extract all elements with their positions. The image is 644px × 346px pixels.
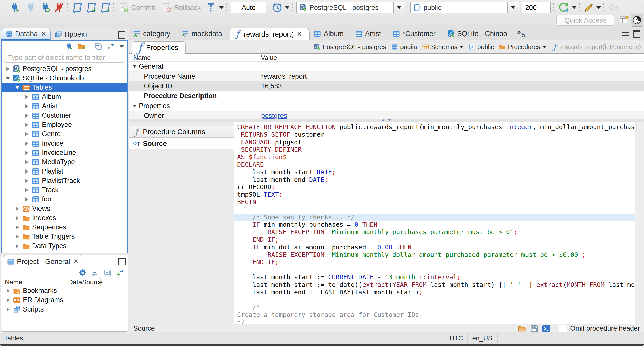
quick-access-input[interactable]: Quick Access — [556, 15, 614, 26]
subtab-source[interactable]: Source — [129, 138, 234, 149]
open-sql-script-button[interactable] — [86, 2, 97, 13]
maximize-button[interactable] — [118, 31, 125, 39]
subtab-procedure-columns[interactable]: ƒProcedure Columns — [129, 126, 234, 138]
chevron-down-icon[interactable] — [543, 46, 546, 48]
chevron-right-icon[interactable] — [25, 123, 28, 127]
chevron-down-icon[interactable] — [15, 86, 19, 89]
chevron-right-icon[interactable] — [16, 244, 19, 248]
navigator-item-sqlite-chinook-db[interactable]: SQLite - Chinook.db — [2, 74, 127, 83]
chevron-down-icon[interactable] — [572, 6, 576, 9]
chevron-right-icon[interactable] — [16, 216, 19, 220]
connection-dropdown-button[interactable] — [393, 2, 405, 13]
navigator-item-playlisttrack[interactable]: PlaylistTrack — [2, 176, 127, 185]
auto-refresh-button[interactable] — [558, 2, 570, 14]
chevron-right-icon[interactable] — [7, 289, 10, 293]
toolbar-drag-handle[interactable] — [226, 3, 228, 12]
grid-header-name[interactable]: Name — [129, 54, 258, 62]
column-header-datasource[interactable]: DataSource — [66, 278, 101, 286]
chevron-down-icon[interactable] — [219, 6, 224, 9]
property-row-general[interactable]: General — [129, 62, 644, 72]
chevron-right-icon[interactable] — [25, 197, 28, 201]
breadcrumb-public[interactable]: public — [468, 43, 494, 51]
tab-project-general[interactable]: Project - General ✕ — [3, 255, 83, 268]
minimize-button[interactable] — [107, 260, 114, 263]
navigator-item-tables[interactable]: Tables — [2, 83, 127, 92]
project-item-bookmarks[interactable]: Bookmarks — [1, 286, 128, 295]
chevron-right-icon[interactable] — [16, 207, 19, 211]
transaction-log-button[interactable] — [206, 2, 217, 13]
link-with-editor-button[interactable] — [107, 42, 115, 51]
collapse-up-icon[interactable] — [381, 119, 385, 121]
breadcrumb-rewards-report-int4-numeric[interactable]: ƒrewards_report(int4,numeric) — [551, 43, 641, 51]
close-icon[interactable]: ✕ — [41, 30, 46, 38]
hidden-tabs-button[interactable]: »5 — [516, 28, 527, 40]
navigator-item-indexes[interactable]: Indexes — [2, 213, 127, 223]
close-icon[interactable]: ✕ — [73, 258, 79, 265]
chevron-right-icon[interactable] — [7, 307, 10, 312]
chevron-right-icon[interactable] — [25, 188, 28, 192]
toolbar-drag-handle[interactable] — [67, 3, 69, 12]
chevron-right-icon[interactable] — [25, 160, 28, 164]
chevron-right-icon[interactable] — [25, 114, 28, 118]
editor-tab-rewards-report[interactable]: ƒrewards_report(✕ — [230, 28, 310, 40]
editor-tab-album[interactable]: Album — [310, 28, 351, 40]
collapse-down-icon[interactable] — [388, 119, 391, 121]
breadcrumb-schemas[interactable]: Schemas — [422, 43, 463, 51]
edit-mode-button[interactable] — [583, 2, 594, 13]
navigator-item-foo[interactable]: foo — [2, 195, 127, 204]
property-row-procedure-name[interactable]: Procedure Namerewards_report — [129, 72, 644, 81]
open-perspective-button[interactable] — [619, 15, 630, 25]
navigator-item-album[interactable]: Album — [2, 92, 127, 101]
expand-all-button[interactable] — [103, 269, 112, 277]
close-icon[interactable]: ✕ — [297, 30, 302, 38]
commit-label[interactable]: Commit — [131, 4, 155, 12]
toolbar-drag-handle[interactable] — [5, 3, 7, 12]
commit-mode-combo[interactable]: Auto — [231, 2, 266, 13]
object-filter-input[interactable]: Type part of object name to filter — [4, 53, 125, 63]
chevron-right-icon[interactable] — [25, 151, 28, 155]
editor-scrollbar[interactable] — [635, 122, 644, 324]
schema-selector[interactable]: public — [410, 2, 519, 13]
breadcrumb-postgresql-postgres[interactable]: PostgreSQL - postgres — [313, 43, 386, 51]
rollback-button[interactable] — [161, 2, 172, 13]
column-header-name[interactable]: Name — [1, 278, 66, 286]
splitter-sash[interactable] — [129, 119, 644, 122]
commit-button[interactable] — [118, 2, 129, 13]
breadcrumb-procedures[interactable]: Procedures — [499, 43, 546, 51]
chevron-down-icon[interactable] — [133, 65, 136, 68]
navigator-item-sequences[interactable]: Sequences — [2, 223, 127, 232]
property-row-properties[interactable]: Properties — [129, 101, 644, 111]
project-item-er-diagrams[interactable]: ER Diagrams — [1, 295, 128, 305]
navigator-item-artist[interactable]: Artist — [2, 101, 127, 111]
toolbar-drag-handle[interactable] — [603, 3, 606, 12]
tab-database-navigator[interactable]: Databa ✕ — [1, 28, 51, 40]
toolbar-drag-handle[interactable] — [553, 3, 555, 12]
navigator-item-genre[interactable]: Genre — [2, 129, 127, 139]
back-navigation-button[interactable] — [608, 2, 619, 13]
chevron-right-icon[interactable] — [16, 225, 19, 229]
chevron-right-icon[interactable] — [25, 169, 28, 174]
navigator-item-postgresql-postgres[interactable]: PostgreSQL - postgres — [2, 64, 127, 74]
breadcrumb-pagila[interactable]: pagila — [391, 43, 417, 51]
property-row-object-id[interactable]: Object ID16,583 — [129, 81, 644, 91]
navigator-item-views[interactable]: Views — [2, 204, 127, 213]
connect-button[interactable] — [25, 2, 36, 13]
omit-procedure-header-checkbox[interactable] — [559, 325, 567, 333]
new-folder-button[interactable] — [77, 42, 86, 51]
maximize-button[interactable] — [633, 30, 640, 38]
chevron-right-icon[interactable] — [25, 95, 28, 99]
rollback-label[interactable]: Rollback — [174, 4, 201, 12]
project-item-scripts[interactable]: Scripts — [1, 305, 128, 314]
fetch-size-input[interactable]: 200 — [522, 2, 551, 13]
tab-projects[interactable]: Проект — [51, 28, 92, 40]
navigator-item-mediatype[interactable]: MediaType — [2, 157, 127, 167]
minimize-button[interactable] — [622, 32, 629, 36]
navigator-item-data-types[interactable]: Data Types — [2, 241, 127, 251]
editor-tab-customer[interactable]: *Customer — [389, 28, 443, 40]
chevron-down-icon[interactable] — [460, 46, 463, 48]
disconnect-button[interactable] — [54, 2, 65, 13]
new-connection-button[interactable] — [65, 42, 73, 51]
tab-properties[interactable]: ƒ Properties — [132, 41, 186, 54]
toolbar-drag-handle[interactable] — [579, 3, 581, 12]
editor-tab-artist[interactable]: Artist — [351, 28, 389, 40]
